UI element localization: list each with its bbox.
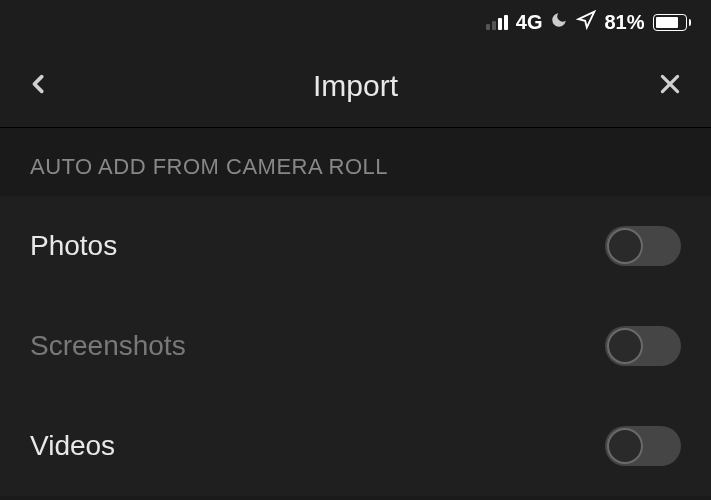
toggle-knob (607, 228, 643, 264)
battery-percentage: 81% (604, 11, 644, 34)
toggle-knob (607, 328, 643, 364)
toggle-knob (607, 428, 643, 464)
moon-icon (550, 11, 568, 33)
setting-row-photos: Photos (0, 196, 711, 296)
setting-label: Photos (30, 230, 117, 262)
location-icon (576, 10, 596, 34)
toggle-screenshots[interactable] (605, 326, 681, 366)
nav-bar: Import (0, 44, 711, 128)
battery-icon (653, 14, 692, 31)
section-header-label: AUTO ADD FROM CAMERA ROLL (30, 154, 681, 180)
section-header: AUTO ADD FROM CAMERA ROLL (0, 128, 711, 196)
toggle-videos[interactable] (605, 426, 681, 466)
setting-label: Screenshots (30, 330, 186, 362)
toggle-photos[interactable] (605, 226, 681, 266)
setting-row-videos: Videos (0, 396, 711, 496)
page-title: Import (313, 69, 398, 103)
signal-icon (486, 14, 508, 30)
setting-row-screenshots: Screenshots (0, 296, 711, 396)
back-button[interactable] (28, 69, 50, 103)
setting-label: Videos (30, 430, 115, 462)
status-bar: 4G 81% (0, 0, 711, 44)
close-button[interactable] (657, 71, 683, 101)
network-label: 4G (516, 11, 543, 34)
